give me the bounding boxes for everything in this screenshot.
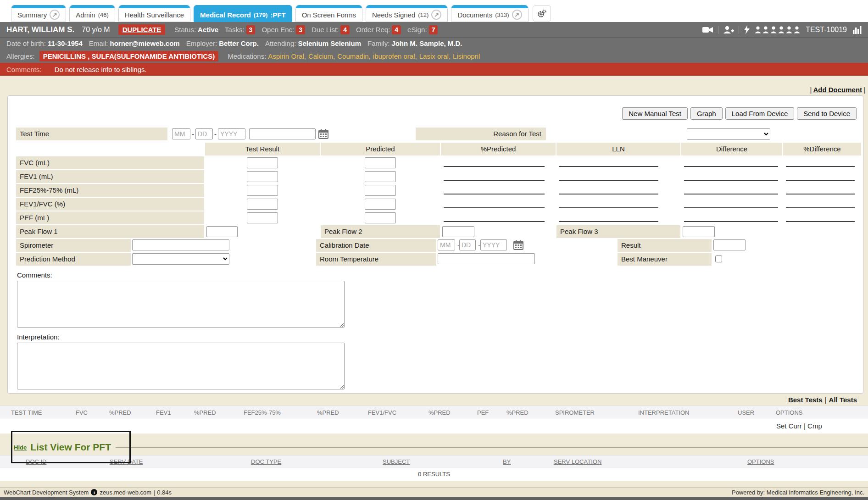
tab-count: (313) (495, 11, 509, 18)
comments-label: Comments: (6, 66, 42, 73)
col-doc-options[interactable]: OPTIONS (747, 458, 774, 465)
tab-needs-signed[interactable]: Needs Signed (12) ↗ (366, 5, 448, 22)
spirometer-row: Spirometer Calibration Date - - Result (16, 239, 857, 252)
popout-icon[interactable]: ↗ (431, 10, 441, 20)
test-time-time-input[interactable] (249, 128, 316, 139)
tab-medical-record[interactable]: Medical Record (179) :PFT (194, 5, 292, 22)
result-label: Result (618, 239, 712, 252)
add-person-icon[interactable] (723, 26, 734, 34)
test-time-month-input[interactable] (172, 128, 190, 139)
pef-test-result-input[interactable] (247, 212, 278, 223)
tab-summary[interactable]: Summary ↗ (11, 5, 66, 22)
col-by[interactable]: BY (503, 458, 511, 465)
person-icon[interactable] (770, 26, 777, 33)
recent-patients-icons[interactable] (755, 26, 800, 33)
duplicate-badge[interactable]: DUPLICATE (118, 24, 166, 35)
col-header-difference: Difference (681, 143, 782, 156)
prediction-method-select[interactable] (132, 253, 229, 265)
load-from-device-button[interactable]: Load From Device (725, 107, 795, 120)
tab-admin[interactable]: Admin (46) (69, 5, 115, 22)
esign-count-badge[interactable]: 7 (429, 25, 438, 34)
medication-link[interactable]: Coumadin, (337, 52, 371, 60)
chart-icon[interactable] (852, 26, 862, 34)
result-input[interactable] (713, 239, 746, 250)
calibration-day-input[interactable] (459, 239, 476, 250)
peak-flow-3-input[interactable] (683, 226, 715, 237)
video-camera-icon[interactable] (702, 26, 713, 34)
all-tests-link[interactable]: All Tests (829, 396, 857, 404)
popout-icon[interactable]: ↗ (512, 10, 522, 20)
fef-pct-predicted-value (444, 194, 545, 194)
fev1-pct-difference-value (786, 180, 855, 181)
fev1-test-result-input[interactable] (247, 171, 278, 182)
room-temperature-input[interactable] (438, 253, 535, 264)
best-maneuver-checkbox[interactable] (715, 256, 722, 262)
medication-link[interactable]: Calcium, (308, 52, 335, 60)
document-table-header: DOC ID SERV DATE DOC TYPE SUBJECT BY SER… (0, 455, 868, 467)
tab-label: Summary (17, 11, 47, 19)
send-to-device-button[interactable]: Send to Device (797, 107, 857, 120)
fev1-fvc-lln-value (559, 207, 658, 208)
medication-link[interactable]: Lasix oral, (419, 52, 451, 60)
col-doc-id[interactable]: DOC ID (26, 458, 47, 465)
calibration-year-input[interactable] (480, 239, 507, 250)
col-serv-location[interactable]: SERV LOCATION (554, 458, 601, 465)
person-icon[interactable] (778, 26, 785, 33)
form-column-headers: Test Result Predicted %Predicted LLN Dif… (16, 143, 857, 156)
best-tests-link[interactable]: Best Tests (788, 396, 823, 404)
tasks-label: Tasks: (225, 26, 245, 33)
new-manual-test-button[interactable]: New Manual Test (622, 107, 688, 120)
popout-icon[interactable]: ↗ (50, 10, 60, 20)
tab-on-screen-forms[interactable]: On Screen Forms (295, 5, 362, 22)
lightning-icon[interactable] (744, 25, 750, 34)
hide-link[interactable]: Hide (14, 444, 27, 451)
fev1-fvc-predicted-input[interactable] (365, 199, 396, 210)
test-time-label: Test Time (16, 128, 167, 140)
medication-link[interactable]: ibuprofen oral, (373, 52, 417, 60)
medication-link[interactable]: Aspirin Oral, (268, 52, 306, 60)
medication-link[interactable]: Lisinopril (453, 52, 480, 60)
peak-flow-2-input[interactable] (442, 226, 474, 237)
tasks-count-badge[interactable]: 3 (246, 25, 256, 34)
open-enc-count-badge[interactable]: 3 (296, 25, 305, 34)
tab-documents[interactable]: Documents (313) ↗ (451, 5, 528, 22)
form-comments-textarea[interactable] (17, 281, 345, 328)
form-buttons: New Manual Test Graph Load From Device S… (14, 107, 857, 120)
calendar-icon[interactable] (513, 240, 523, 250)
order-req-count-badge[interactable]: 4 (392, 25, 401, 34)
col-subject[interactable]: SUBJECT (383, 458, 410, 465)
row-label-fev1: FEV1 (mL) (16, 170, 204, 183)
fev1-fvc-pct-difference-value (786, 207, 855, 208)
calendar-icon[interactable] (318, 129, 328, 139)
info-icon[interactable]: i (91, 489, 97, 495)
fev1-predicted-input[interactable] (365, 171, 396, 182)
reason-for-test-select[interactable] (687, 128, 770, 140)
col-doc-type[interactable]: DOC TYPE (251, 458, 281, 465)
test-time-year-input[interactable] (218, 128, 245, 139)
person-icon[interactable] (786, 26, 792, 33)
fev1-fvc-test-result-input[interactable] (247, 199, 278, 210)
tab-health-surveillance[interactable]: Health Surveillance (118, 5, 190, 22)
fef-test-result-input[interactable] (247, 185, 278, 196)
settings-gear-button[interactable] (533, 5, 551, 22)
allergies-badge[interactable]: PENICILLINS , SULFA(SULFONAMIDE ANTIBIOT… (39, 51, 218, 61)
add-document-link[interactable]: Add Document (813, 86, 862, 94)
calibration-month-input[interactable] (438, 239, 455, 250)
fef-predicted-input[interactable] (365, 185, 396, 196)
col-serv-date[interactable]: SERV DATE (110, 458, 143, 465)
interpretation-textarea[interactable] (17, 343, 345, 389)
person-icon[interactable] (794, 26, 800, 33)
spirometer-input[interactable] (132, 239, 229, 250)
peak-flow-1-input[interactable] (206, 226, 238, 237)
graph-button[interactable]: Graph (690, 107, 723, 120)
row-fev1: FEV1 (mL) (16, 170, 857, 183)
person-icon[interactable] (755, 26, 761, 33)
pef-predicted-input[interactable] (365, 212, 396, 223)
due-list-count-badge[interactable]: 4 (340, 25, 350, 34)
email-value[interactable]: horner@mieweb.com (110, 39, 179, 47)
set-curr-cmp-links[interactable]: Set Curr | Cmp (776, 422, 822, 430)
person-icon[interactable] (762, 26, 769, 33)
fvc-test-result-input[interactable] (247, 157, 278, 168)
test-time-day-input[interactable] (195, 128, 213, 139)
fvc-predicted-input[interactable] (365, 157, 396, 168)
